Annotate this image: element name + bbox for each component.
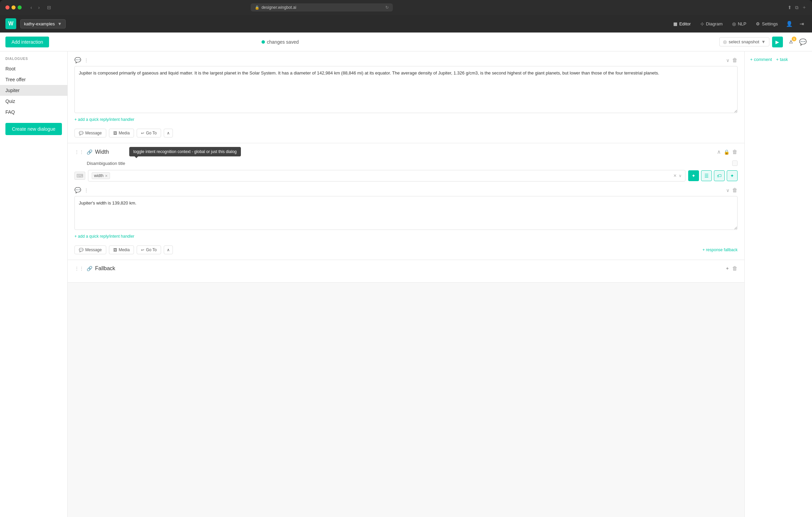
top-nav: W kathy-examples ▼ ▦ Editor ⊹ Diagram ◎ … (0, 15, 812, 33)
diagram-nav-button[interactable]: ⊹ Diagram (696, 19, 727, 28)
fallback-star-icon[interactable]: ✦ (725, 266, 729, 271)
intent-star-action[interactable]: ✦ (727, 170, 738, 181)
add-handler-link-first[interactable]: + add a quick reply/intent handler (74, 117, 134, 122)
width-media-btn-icon: 🖼 (113, 248, 117, 252)
snapshot-selector[interactable]: ◎ select snapshot ▼ (719, 37, 769, 46)
warning-button[interactable]: ⚠ 1 (786, 37, 796, 47)
snapshot-icon: ◎ (723, 39, 727, 44)
sidebar-item-quiz[interactable]: Quiz (0, 96, 67, 107)
message-menu-icon[interactable]: ⋮ (84, 58, 89, 63)
intent-tag-action[interactable]: 🏷 (714, 170, 725, 181)
width-message-header: 💬 ⋮ ∨ 🗑 (74, 187, 738, 193)
snapshot-dropdown-arrow: ▼ (761, 39, 766, 44)
disambiguation-label: Disambiguation title (74, 161, 125, 166)
width-collapse-btn[interactable]: ∧ (164, 245, 173, 254)
main-layout: DIALOGUES Root Tree offer Jupiter Quiz F… (0, 51, 812, 517)
intent-input-area[interactable]: width ✕ ✕ ∨ (88, 170, 685, 181)
intent-row: ⌨ width ✕ ✕ ∨ ✦ ☰ 🏷 ✦ (74, 170, 738, 181)
fallback-link-icon: 🔗 (87, 266, 92, 271)
sidebar-item-tree-offer[interactable]: Tree offer (0, 74, 67, 85)
response-fallback-link[interactable]: + response fallback (702, 247, 738, 252)
add-interaction-button[interactable]: Add interaction (5, 37, 49, 47)
message-icon: 💬 (74, 57, 81, 63)
fallback-delete-icon[interactable]: 🗑 (732, 265, 738, 272)
panel-actions: + comment + task (750, 57, 807, 62)
disambiguation-tooltip: toggle intent recognition context - glob… (129, 147, 241, 156)
width-media-btn[interactable]: 🖼 Media (109, 245, 134, 254)
first-message-textarea[interactable] (74, 66, 738, 113)
message-collapse-icon[interactable]: ∨ (726, 58, 729, 63)
width-block-lock[interactable]: 🔒 (724, 149, 729, 155)
duplicate-tab-button[interactable]: ⧉ (795, 4, 798, 10)
first-message-block: 💬 ⋮ ∨ 🗑 + add a quick reply/intent handl… (68, 51, 744, 143)
share-button[interactable]: ⬆ (788, 4, 792, 10)
intent-tag-close[interactable]: ✕ (105, 174, 108, 178)
width-message-menu[interactable]: ⋮ (84, 188, 89, 193)
fallback-drag-handle[interactable]: ⋮⋮ (74, 266, 84, 271)
intent-list-action[interactable]: ☰ (701, 170, 712, 181)
intent-actions: ✦ ☰ 🏷 ✦ (688, 170, 738, 181)
address-text: designer.wingbot.ai (262, 5, 296, 10)
lock-icon: 🔒 (255, 5, 260, 10)
message-btn-icon: 💬 (79, 131, 84, 135)
nlp-nav-button[interactable]: ◎ NLP (728, 19, 750, 28)
settings-nav-button[interactable]: ⚙ Settings (752, 19, 782, 28)
fallback-block-header: ⋮⋮ 🔗 Fallback ✦ 🗑 (74, 265, 738, 272)
width-drag-handle[interactable]: ⋮⋮ (74, 149, 84, 155)
browser-actions: ⬆ ⧉ ＋ (788, 4, 807, 10)
project-name: kathy-examples (24, 21, 55, 26)
back-button[interactable]: ‹ (28, 4, 34, 11)
new-tab-button[interactable]: ＋ (802, 4, 807, 10)
first-goto-btn[interactable]: ↩ Go To (137, 129, 161, 137)
first-media-btn[interactable]: 🖼 Media (109, 129, 134, 137)
disambiguation-input[interactable] (732, 160, 738, 166)
minimize-traffic-light[interactable] (12, 5, 16, 9)
keyboard-icon: ⌨ (74, 172, 85, 180)
width-message-btn-icon: 💬 (79, 248, 84, 252)
project-selector[interactable]: kathy-examples ▼ (20, 19, 66, 28)
width-message-chevron[interactable]: ∨ (726, 188, 729, 193)
width-message-textarea[interactable] (74, 196, 738, 230)
width-goto-btn[interactable]: ↩ Go To (137, 245, 161, 254)
width-block-delete[interactable]: 🗑 (732, 149, 738, 155)
intent-primary-action[interactable]: ✦ (688, 170, 699, 181)
address-bar: 🔒 designer.wingbot.ai ↻ (251, 3, 393, 12)
message-delete-icon[interactable]: 🗑 (732, 57, 738, 63)
sidebar-section-title: DIALOGUES (0, 57, 67, 63)
add-task-button[interactable]: + task (776, 57, 788, 62)
width-goto-btn-icon: ↩ (141, 248, 144, 252)
sidebar-toggle-button[interactable]: ⊟ (47, 5, 51, 10)
sidebar: DIALOGUES Root Tree offer Jupiter Quiz F… (0, 51, 68, 517)
create-new-dialogue-button[interactable]: Create new dialogue (5, 123, 62, 135)
editor-nav-button[interactable]: ▦ Editor (669, 19, 695, 28)
forward-button[interactable]: › (36, 4, 42, 11)
snapshot-action-button[interactable]: ▶ (772, 37, 783, 47)
width-message-btn[interactable]: 💬 Message (74, 245, 106, 254)
snapshot-placeholder: select snapshot (729, 39, 759, 44)
nav-actions: ▦ Editor ⊹ Diagram ◎ NLP ⚙ Settings 👤 ⇥ (669, 19, 807, 29)
add-comment-button[interactable]: + comment (750, 57, 772, 62)
sidebar-item-jupiter[interactable]: Jupiter (0, 85, 67, 96)
width-block: ⋮⋮ 🔗 Width ∧ 🔒 🗑 Disambiguation title to… (68, 143, 744, 260)
refresh-icon[interactable]: ↻ (385, 5, 389, 10)
add-handler-link-width[interactable]: + add a quick reply/intent handler (74, 234, 134, 239)
first-message-actions: 💬 Message 🖼 Media ↩ Go To ∧ (74, 129, 738, 137)
first-collapse-btn[interactable]: ∧ (164, 129, 173, 137)
intent-chevron[interactable]: ∨ (679, 173, 682, 178)
maximize-traffic-light[interactable] (18, 5, 22, 9)
sidebar-item-root[interactable]: Root (0, 63, 67, 74)
profile-button[interactable]: 👤 (783, 19, 795, 29)
sidebar-item-faq[interactable]: FAQ (0, 107, 67, 117)
logout-button[interactable]: ⇥ (797, 19, 807, 29)
logo-badge: W (5, 18, 16, 29)
width-block-chevron[interactable]: ∧ (717, 149, 721, 155)
toolbar-right: ◎ select snapshot ▼ ▶ ⚠ 1 💬 (719, 37, 807, 47)
settings-icon: ⚙ (756, 21, 760, 26)
first-message-btn[interactable]: 💬 Message (74, 129, 106, 137)
close-traffic-light[interactable] (5, 5, 9, 9)
chat-button[interactable]: 💬 (799, 38, 807, 46)
browser-navigation: ‹ › (28, 4, 42, 11)
intent-clear-button[interactable]: ✕ (673, 173, 677, 178)
browser-chrome: ‹ › ⊟ 🔒 designer.wingbot.ai ↻ ⬆ ⧉ ＋ (0, 0, 812, 15)
width-message-delete[interactable]: 🗑 (732, 187, 738, 193)
